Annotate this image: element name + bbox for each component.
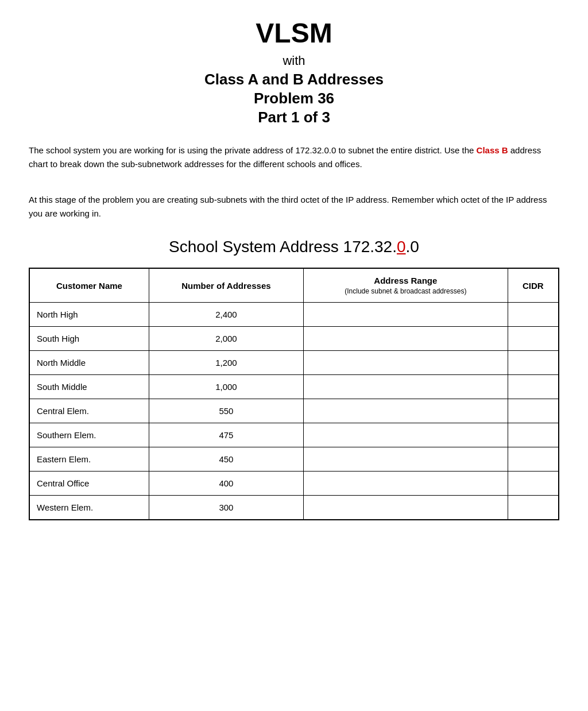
cell-cidr-6 (508, 447, 559, 472)
header-section: VLSM with Class A and B Addresses Proble… (29, 17, 559, 126)
col-header-address-range: Address Range (Include subnet & broadcas… (303, 268, 508, 303)
address-range-subtitle: (Include subnet & broadcast addresses) (345, 287, 466, 295)
cell-customer-3: South Middle (29, 375, 149, 399)
table-row: Southern Elem.475 (29, 423, 559, 447)
cell-customer-4: Central Elem. (29, 399, 149, 423)
part-label: Part 1 of 3 (29, 109, 559, 126)
cell-customer-2: North Middle (29, 351, 149, 375)
cell-addresses-8: 300 (149, 496, 303, 520)
cell-cidr-7 (508, 472, 559, 496)
problem-label: Problem 36 (29, 90, 559, 107)
description-paragraph1: The school system you are working for is… (29, 144, 559, 171)
address-table: Customer Name Number of Addresses Addres… (29, 268, 559, 520)
table-row: North High2,400 (29, 303, 559, 327)
table-row: Central Office400 (29, 472, 559, 496)
table-row: South Middle1,000 (29, 375, 559, 399)
cell-addresses-4: 550 (149, 399, 303, 423)
class-b-label: Class B (477, 145, 508, 155)
cell-addresses-1: 2,000 (149, 327, 303, 351)
cell-cidr-1 (508, 327, 559, 351)
school-system-label-after: .0 (406, 238, 419, 256)
cell-addresses-3: 1,000 (149, 375, 303, 399)
cell-customer-8: Western Elem. (29, 496, 149, 520)
cell-customer-5: Southern Elem. (29, 423, 149, 447)
cell-range-3 (303, 375, 508, 399)
cell-addresses-7: 400 (149, 472, 303, 496)
description-paragraph2: At this stage of the problem you are cre… (29, 193, 559, 221)
cell-range-6 (303, 447, 508, 472)
school-system-highlighted-zero: 0 (397, 238, 406, 256)
col-header-addresses: Number of Addresses (149, 268, 303, 303)
cell-cidr-3 (508, 375, 559, 399)
cell-addresses-0: 2,400 (149, 303, 303, 327)
cell-range-4 (303, 399, 508, 423)
cell-range-2 (303, 351, 508, 375)
subtitle: Class A and B Addresses (29, 71, 559, 88)
cell-range-1 (303, 327, 508, 351)
cell-cidr-0 (508, 303, 559, 327)
cell-cidr-4 (508, 399, 559, 423)
page-title: VLSM (29, 17, 559, 49)
table-row: Eastern Elem.450 (29, 447, 559, 472)
school-system-title: School System Address 172.32.0.0 (29, 238, 559, 256)
cell-cidr-8 (508, 496, 559, 520)
col-header-cidr: CIDR (508, 268, 559, 303)
school-system-label-before: School System Address 172.32. (169, 238, 397, 256)
col-header-customer: Customer Name (29, 268, 149, 303)
cell-range-8 (303, 496, 508, 520)
cell-cidr-2 (508, 351, 559, 375)
cell-customer-7: Central Office (29, 472, 149, 496)
cell-range-7 (303, 472, 508, 496)
cell-addresses-2: 1,200 (149, 351, 303, 375)
table-row: North Middle1,200 (29, 351, 559, 375)
table-row: South High2,000 (29, 327, 559, 351)
cell-customer-1: South High (29, 327, 149, 351)
table-row: Western Elem.300 (29, 496, 559, 520)
desc-text-before: The school system you are working for is… (29, 145, 477, 155)
cell-addresses-5: 475 (149, 423, 303, 447)
cell-range-5 (303, 423, 508, 447)
cell-addresses-6: 450 (149, 447, 303, 472)
cell-cidr-5 (508, 423, 559, 447)
cell-range-0 (303, 303, 508, 327)
cell-customer-6: Eastern Elem. (29, 447, 149, 472)
with-label: with (29, 53, 559, 68)
table-header-row: Customer Name Number of Addresses Addres… (29, 268, 559, 303)
cell-customer-0: North High (29, 303, 149, 327)
table-row: Central Elem.550 (29, 399, 559, 423)
